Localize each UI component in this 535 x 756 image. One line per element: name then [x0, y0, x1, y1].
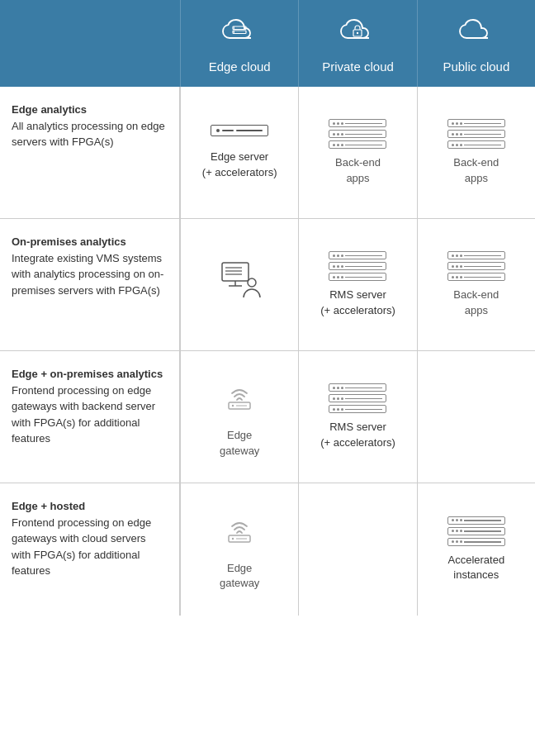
edge-cloud-icon	[220, 15, 259, 53]
svg-point-17	[232, 538, 234, 540]
monitor-person-icon	[217, 259, 262, 304]
cell-edge-hosted-edge-cloud-label: Edgegateway	[220, 561, 259, 591]
cell-edge-analytics-private-cloud-label: Back-endapps	[335, 155, 381, 185]
svg-point-5	[357, 32, 358, 34]
row-edge-hosted-label: Edge + hosted Frontend processing on edg…	[0, 483, 180, 616]
cell-edge-on-premises-private-cloud-label: RMS server(+ accelerators)	[320, 420, 395, 449]
header-row: Edge cloud Private cloud Public cloud	[0, 0, 535, 87]
cell-on-premises-public-cloud: Back-endapps	[417, 219, 535, 350]
row-edge-analytics-title: Edge analytics	[12, 103, 87, 116]
header-edge-cloud: Edge cloud	[180, 0, 298, 87]
row-edge-analytics: Edge analytics All analytics processing …	[0, 87, 535, 219]
rack-icon-public	[447, 119, 505, 149]
rack-icon-backend	[447, 251, 505, 281]
svg-rect-2	[233, 31, 246, 34]
cell-edge-analytics-edge-cloud: Edge server(+ accelerators)	[180, 87, 298, 218]
row-on-premises-label: On-premises analytics Integrate existing…	[0, 219, 180, 350]
cell-on-premises-private-cloud: RMS server(+ accelerators)	[298, 219, 416, 350]
cell-on-premises-edge-cloud	[180, 219, 298, 350]
row-on-premises-body: Integrate existing VMS systems with anal…	[12, 252, 163, 297]
cell-edge-analytics-public-cloud: Back-endapps	[417, 87, 535, 218]
row-on-premises-title: On-premises analytics	[12, 235, 126, 248]
row-edge-on-premises: Edge + on-premises analytics Frontend pr…	[0, 351, 535, 483]
svg-point-14	[232, 405, 234, 407]
header-empty-cell	[0, 0, 180, 87]
edge-server-icon	[211, 125, 268, 143]
cell-edge-on-premises-public-cloud	[417, 351, 535, 483]
gateway-icon-2	[217, 508, 262, 554]
cell-edge-on-premises-edge-cloud-label: Edgegateway	[220, 428, 259, 458]
cell-edge-analytics-edge-cloud-label: Edge server(+ accelerators)	[202, 150, 277, 179]
private-cloud-icon	[338, 15, 377, 53]
cell-on-premises-private-cloud-label: RMS server(+ accelerators)	[320, 288, 395, 317]
row-on-premises: On-premises analytics Integrate existing…	[0, 219, 535, 351]
rack-icon-accelerated	[447, 516, 505, 546]
rack-icon-rms2	[329, 383, 386, 413]
cell-edge-on-premises-private-cloud: RMS server(+ accelerators)	[298, 351, 416, 483]
row-edge-hosted-body: Frontend processing on edge gateways wit…	[12, 516, 151, 578]
cell-on-premises-public-cloud-label: Back-endapps	[453, 288, 499, 317]
svg-rect-6	[222, 263, 249, 281]
row-edge-hosted: Edge + hosted Frontend processing on edg…	[0, 483, 535, 616]
public-cloud-icon	[457, 15, 496, 53]
cell-edge-hosted-public-cloud-label: Acceleratedinstances	[447, 553, 504, 582]
cell-edge-hosted-public-cloud: Acceleratedinstances	[417, 483, 535, 616]
row-edge-analytics-body: All analytics processing on edge servers…	[12, 120, 165, 149]
rack-icon-rms	[329, 251, 386, 281]
cell-edge-hosted-edge-cloud: Edgegateway	[180, 483, 298, 616]
cell-edge-on-premises-edge-cloud: Edgegateway	[180, 351, 298, 483]
row-edge-hosted-title: Edge + hosted	[12, 500, 85, 512]
row-edge-on-premises-title: Edge + on-premises analytics	[12, 368, 163, 380]
rack-icon-private	[329, 119, 386, 149]
row-edge-on-premises-label: Edge + on-premises analytics Frontend pr…	[0, 351, 180, 483]
cell-edge-analytics-private-cloud: Back-endapps	[298, 87, 416, 218]
header-public-cloud: Public cloud	[417, 0, 535, 87]
header-edge-cloud-label: Edge cloud	[209, 59, 271, 74]
cell-edge-hosted-private-cloud	[298, 483, 416, 616]
header-private-cloud: Private cloud	[298, 0, 416, 87]
cell-edge-analytics-public-cloud-label: Back-endapps	[453, 155, 499, 185]
row-edge-analytics-label: Edge analytics All analytics processing …	[0, 87, 180, 218]
svg-point-12	[248, 278, 256, 287]
row-edge-on-premises-body: Frontend processing on edge gateways wit…	[12, 384, 155, 445]
header-private-cloud-label: Private cloud	[322, 59, 394, 74]
gateway-icon-1	[217, 375, 262, 421]
header-public-cloud-label: Public cloud	[443, 59, 509, 74]
